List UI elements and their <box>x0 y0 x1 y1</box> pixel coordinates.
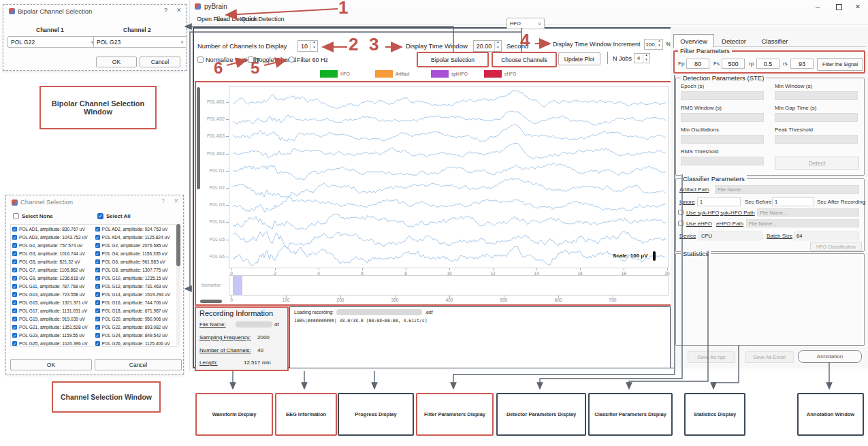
channel-checkbox[interactable]: ✓ <box>95 341 100 346</box>
channel-item[interactable]: ✓POL G9, amplitude: 1236.618 uV <box>12 276 95 281</box>
choose-channels-button[interactable]: Choose Channels <box>492 52 557 67</box>
channel-item[interactable]: ✓POL G6, amplitude: 961.583 uV <box>95 259 178 264</box>
channel-item[interactable]: ✓POL G4, amplitude: 1156.335 uV <box>95 251 178 256</box>
channel-checkbox[interactable]: ✓ <box>12 235 17 240</box>
detection-field-input[interactable] <box>681 113 764 122</box>
channel-checkbox[interactable]: ✓ <box>12 325 17 330</box>
detection-field-input[interactable] <box>775 135 858 144</box>
spk-hfo-path-input[interactable]: File Name... <box>757 208 859 217</box>
fs-input[interactable]: 500 <box>722 59 745 69</box>
ok-button[interactable]: OK <box>10 359 92 370</box>
filter60-radio[interactable] <box>289 57 295 63</box>
ehfo-path-input[interactable]: File Name... <box>746 219 859 227</box>
channel-checkbox[interactable]: ✓ <box>12 317 17 321</box>
cancel-button[interactable]: Cancel <box>140 57 180 67</box>
spk-hfo-path-label[interactable]: spk-HFO Path <box>720 210 755 216</box>
channel-item[interactable]: ✓POL G21, amplitude: 1351.528 uV <box>12 325 95 330</box>
tab-overview[interactable]: Overview <box>673 34 714 48</box>
channel-item[interactable]: ✓POL G18, amplitude: 671.987 uV <box>95 308 178 313</box>
channel-checkbox[interactable]: ✓ <box>95 284 100 289</box>
normalize-checkbox[interactable] <box>197 57 204 63</box>
channel-item[interactable]: ✓POL G11, amplitude: 787.768 uV <box>12 284 95 289</box>
biomarker-plot-area[interactable] <box>229 275 669 296</box>
menu-quick-detection[interactable]: Quick Detection <box>241 16 285 22</box>
channel-item[interactable]: ✓POL G16, amplitude: 744.706 uV <box>95 300 178 305</box>
channel-checkbox[interactable]: ✓ <box>95 235 100 240</box>
close-icon[interactable]: ✕ <box>174 197 179 204</box>
channel-checkbox[interactable]: ✓ <box>12 251 17 256</box>
njobs-spinbox[interactable]: 4 ▲▼ <box>634 53 650 63</box>
channel-checkbox[interactable]: ✓ <box>12 227 17 232</box>
channel-item[interactable]: ✓POL G13, amplitude: 723.558 uV <box>12 292 95 297</box>
channel-item[interactable]: ✓POL G15, amplitude: 1321.371 uV <box>12 300 95 305</box>
channel-item[interactable]: ✓POL G10, amplitude: 1235.15 uV <box>95 276 178 281</box>
tab-detector[interactable]: Detector <box>716 35 752 47</box>
channel-checkbox[interactable]: ✓ <box>95 292 100 297</box>
channel-item[interactable]: ✓POL G1, amplitude: 757.574 uV <box>12 243 95 248</box>
channel-item[interactable]: ✓POL G17, amplitude: 1131.031 uV <box>12 308 95 313</box>
channel-item[interactable]: ✓POL AD3, amplitude: 1043.752 uV <box>12 235 95 240</box>
channel-item[interactable]: ✓POL G20, amplitude: 950.906 uV <box>95 317 178 321</box>
channel-checkbox[interactable]: ✓ <box>95 259 100 264</box>
channel-checkbox[interactable]: ✓ <box>95 317 100 321</box>
channel1-combo[interactable]: POL G22 ∨ <box>7 36 97 48</box>
detection-field-input[interactable] <box>681 157 764 165</box>
channel-checkbox[interactable]: ✓ <box>12 284 17 289</box>
channel-item[interactable]: ✓POL G22, amplitude: 893.082 uV <box>95 325 178 330</box>
channel-item[interactable]: ✓POL AD1, amplitude: 830.767 uV <box>12 227 95 232</box>
filter-signal-button[interactable]: Filter the Signal <box>817 58 863 71</box>
channel-checkbox[interactable]: ✓ <box>12 300 17 305</box>
fp-input[interactable]: 80 <box>686 59 709 69</box>
channel-item[interactable]: ✓POL G7, amplitude: 1105.862 uV <box>12 268 95 272</box>
maximize-icon[interactable] <box>836 4 842 10</box>
tab-classifier[interactable]: Classifier <box>755 35 794 47</box>
num-channels-spinbox[interactable]: 10 ▲▼ <box>298 40 318 52</box>
artifact-path-input[interactable]: File Name... <box>715 185 859 194</box>
channel-item[interactable]: ✓POL G23, amplitude: 1159.55 uV <box>12 333 95 338</box>
detection-field-input[interactable] <box>681 91 764 100</box>
channel-list-scrollbar[interactable] <box>176 224 180 345</box>
channel-item[interactable]: ✓POL G3, amplitude: 1016.744 uV <box>12 251 95 256</box>
increment-spinbox[interactable]: 100 ▲▼ <box>644 39 663 50</box>
use-ehfo-checkbox[interactable] <box>678 221 684 226</box>
use-spk-hfo-checkbox[interactable] <box>678 210 684 215</box>
spinner-arrows-icon[interactable]: ▲▼ <box>310 41 317 51</box>
channel-checkbox[interactable]: ✓ <box>95 300 100 305</box>
detection-field-input[interactable] <box>775 91 858 100</box>
channel-item[interactable]: ✓POL G5, amplitude: 821.32 uV <box>12 259 95 264</box>
spinner-arrows-icon[interactable]: ▲▼ <box>494 41 501 51</box>
minimize-icon[interactable]: – <box>816 2 820 10</box>
waveform-horizontal-scrollbar[interactable] <box>200 300 222 303</box>
time-window-spinbox[interactable]: 20.00 ▲▼ <box>473 40 502 52</box>
select-none-checkbox[interactable] <box>13 213 19 219</box>
channel-checkbox[interactable]: ✓ <box>12 308 17 313</box>
device-input[interactable]: CPU <box>698 232 762 240</box>
channel2-combo[interactable]: POL G23 ∨ <box>93 36 187 48</box>
channel-item[interactable]: ✓POL G8, amplitude: 1307.775 uV <box>95 268 178 272</box>
ehfo-path-label[interactable]: eHFO Path <box>716 221 743 227</box>
use-spk-hfo-label[interactable]: Use spk-HFO <box>686 210 719 216</box>
ok-button[interactable]: OK <box>96 57 137 67</box>
save-excel-button[interactable]: Save As Excel <box>745 351 794 363</box>
batch-size-input[interactable]: 64 <box>794 232 859 240</box>
channel-item[interactable]: ✓POL G19, amplitude: 919.039 uV <box>12 317 95 321</box>
channel-item[interactable]: ✓POL AD2, amplitude: 924.753 uV <box>95 227 178 232</box>
close-icon[interactable]: ✕ <box>855 3 861 10</box>
rp-input[interactable]: 0.5 <box>756 59 779 69</box>
channel-checkbox[interactable]: ✓ <box>12 276 17 281</box>
channel-checkbox[interactable]: ✓ <box>95 308 100 313</box>
channel-item[interactable]: ✓POL G26, amplitude: 1125.406 uV <box>95 341 178 346</box>
close-icon[interactable]: ✕ <box>176 7 182 14</box>
detection-field-input[interactable] <box>681 135 764 144</box>
save-npz-button[interactable]: Save As npz <box>688 351 735 363</box>
scrollbar-thumb[interactable] <box>176 224 180 266</box>
channel-checkbox[interactable]: ✓ <box>95 268 100 272</box>
channel-checkbox[interactable]: ✓ <box>12 292 17 297</box>
sec-before-input[interactable]: 1 <box>772 197 814 206</box>
use-ehfo-label[interactable]: Use eHFO <box>686 221 712 227</box>
rs-input[interactable]: 93 <box>790 59 814 69</box>
cancel-button[interactable]: Cancel <box>95 359 182 370</box>
channel-item[interactable]: ✓POL G25, amplitude: 1020.396 uV <box>12 341 95 346</box>
detect-button[interactable]: Detect <box>775 157 859 170</box>
channel-checkbox[interactable]: ✓ <box>95 333 100 338</box>
